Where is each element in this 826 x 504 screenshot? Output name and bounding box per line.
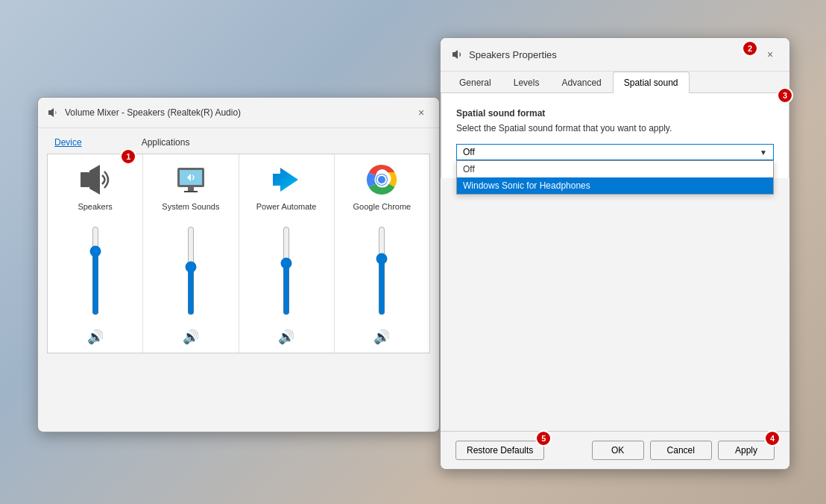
props-speaker-icon xyxy=(451,48,463,60)
svg-rect-0 xyxy=(81,172,89,187)
tab-advanced[interactable]: Advanced xyxy=(550,72,612,93)
props-close-button[interactable]: × xyxy=(761,45,779,63)
dropdown-option-windows-sonic[interactable]: Windows Sonic for Headphones xyxy=(457,177,773,194)
props-titlebar: Speakers Properties 2 × xyxy=(441,38,789,72)
dropdown-chevron-icon[interactable]: ▼ xyxy=(760,148,767,157)
restore-defaults-button[interactable]: Restore Defaults xyxy=(455,441,544,460)
power-automate-mute-icon[interactable]: 🔊 xyxy=(278,329,294,345)
badge-4: 4 xyxy=(764,430,781,447)
speakers-icon xyxy=(78,162,113,198)
badge-5: 5 xyxy=(535,430,552,447)
volume-mixer-content: Device Applications 1 Speakers xyxy=(38,128,439,362)
footer-action-buttons: OK Cancel 4 Apply xyxy=(592,441,775,460)
speakers-mute-icon[interactable]: 🔊 xyxy=(87,329,104,345)
system-sounds-mute-icon[interactable]: 🔊 xyxy=(183,329,199,345)
power-automate-icon xyxy=(268,162,304,198)
props-title: Speakers Properties xyxy=(469,49,557,60)
props-titlebar-left: Speakers Properties xyxy=(451,48,557,60)
volume-mixer-title: Volume Mixer - Speakers (Realtek(R) Audi… xyxy=(65,107,241,118)
channel-power-automate: Power Automate 🔊 xyxy=(239,154,335,353)
svg-marker-1 xyxy=(89,165,100,195)
google-chrome-mute-icon[interactable]: 🔊 xyxy=(373,329,390,345)
device-label[interactable]: Device xyxy=(54,137,82,148)
props-tabs: General Levels Advanced Spatial sound xyxy=(441,72,789,93)
channel-google-chrome: Google Chrome 🔊 xyxy=(335,154,429,353)
tab-levels[interactable]: Levels xyxy=(502,72,551,93)
speakers-slider-container xyxy=(88,218,103,323)
svg-rect-4 xyxy=(188,187,194,191)
props-main-content: 3 Spatial sound format Select the Spatia… xyxy=(441,93,789,178)
svg-point-10 xyxy=(378,176,385,183)
volume-mixer-close-button[interactable]: × xyxy=(412,104,430,122)
titlebar-left: Volume Mixer - Speakers (Realtek(R) Audi… xyxy=(47,107,241,119)
system-sounds-icon xyxy=(173,162,209,198)
badge-1: 1 xyxy=(120,148,136,165)
mixer-channels: 1 Speakers 🔊 xyxy=(47,154,430,353)
ok-button[interactable]: OK xyxy=(592,441,644,460)
google-chrome-name: Google Chrome xyxy=(353,202,412,211)
tab-spatial-sound[interactable]: Spatial sound xyxy=(613,72,690,93)
dropdown-current-value: Off xyxy=(463,147,760,157)
cancel-button[interactable]: Cancel xyxy=(650,441,712,460)
channel-system-sounds: System Sounds 🔊 xyxy=(143,154,239,353)
google-chrome-icon xyxy=(364,162,400,198)
spatial-sound-dropdown-container: Off ▼ Off Windows Sonic for Headphones xyxy=(456,144,774,160)
power-automate-name: Power Automate xyxy=(256,202,317,211)
svg-marker-6 xyxy=(273,168,298,192)
svg-rect-5 xyxy=(184,191,198,192)
spatial-sound-section-desc: Select the Spatial sound format that you… xyxy=(456,123,774,133)
system-sounds-volume-slider[interactable] xyxy=(183,226,198,315)
badge-3: 3 xyxy=(777,87,793,104)
speakers-properties-window: Speakers Properties 2 × General Levels A… xyxy=(440,37,790,470)
spatial-sound-section-title: Spatial sound format xyxy=(456,108,774,119)
power-automate-volume-slider[interactable] xyxy=(279,226,294,315)
badge-2: 2 xyxy=(742,40,758,57)
channel-speakers: 1 Speakers 🔊 xyxy=(48,154,143,353)
google-chrome-volume-slider[interactable] xyxy=(374,226,389,315)
system-sounds-slider-container xyxy=(183,218,198,323)
dropdown-option-off[interactable]: Off xyxy=(457,161,773,177)
props-footer-area: 5 Restore Defaults OK Cancel 4 xyxy=(441,431,789,469)
google-chrome-slider-container xyxy=(374,218,389,323)
tab-general[interactable]: General xyxy=(448,72,502,93)
volume-mixer-window: Volume Mixer - Speakers (Realtek(R) Audi… xyxy=(37,97,440,432)
spatial-sound-dropdown-popup: Off Windows Sonic for Headphones xyxy=(456,160,774,195)
speaker-title-icon xyxy=(47,107,59,119)
mixer-header: Device Applications xyxy=(47,137,430,148)
speakers-name: Speakers xyxy=(78,202,112,211)
volume-mixer-titlebar: Volume Mixer - Speakers (Realtek(R) Audi… xyxy=(38,98,439,128)
system-sounds-name: System Sounds xyxy=(162,202,219,211)
power-automate-slider-container xyxy=(279,218,294,323)
speakers-volume-slider[interactable] xyxy=(88,226,103,315)
apps-label: Applications xyxy=(142,137,190,148)
props-footer: 5 Restore Defaults OK Cancel 4 xyxy=(455,441,775,460)
